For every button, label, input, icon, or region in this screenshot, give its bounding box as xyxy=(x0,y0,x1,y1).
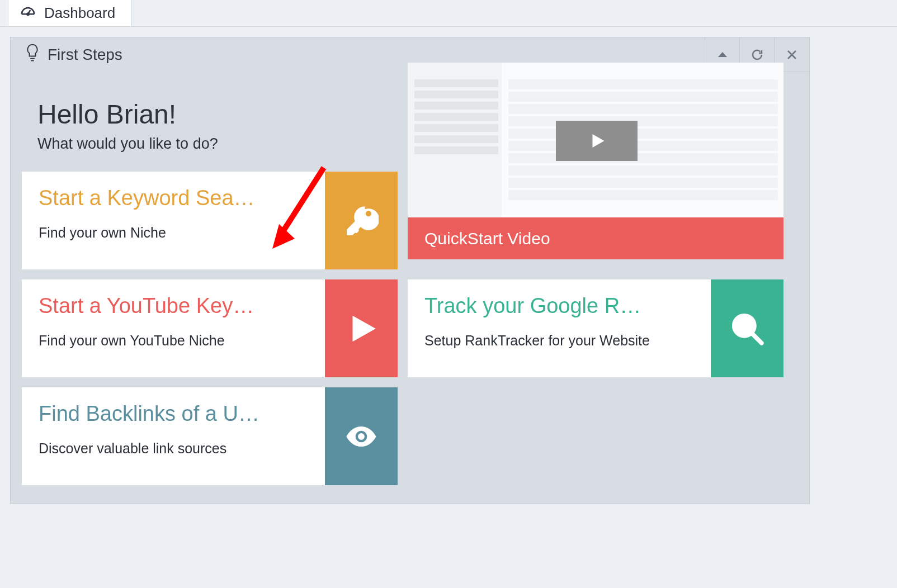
video-caption: QuickStart Video xyxy=(408,217,783,259)
card-subtitle: Find your own Niche xyxy=(39,225,308,241)
tab-dashboard[interactable]: Dashboard xyxy=(8,0,131,26)
svg-point-0 xyxy=(27,13,29,15)
card-title: Track your Google R xyxy=(424,294,694,318)
card-youtube-search[interactable]: Start a YouTube Key Find your own YouTub… xyxy=(22,279,398,377)
play-icon xyxy=(556,121,638,161)
tab-label: Dashboard xyxy=(44,4,115,22)
card-title: Find Backlinks of a U xyxy=(39,402,308,426)
key-icon xyxy=(325,172,398,269)
eye-icon xyxy=(325,387,398,485)
video-thumbnail xyxy=(408,63,783,217)
play-icon xyxy=(325,279,398,377)
gauge-icon xyxy=(20,5,36,22)
lightbulb-icon xyxy=(25,43,40,67)
card-subtitle: Discover valuable link sources xyxy=(39,440,308,457)
search-icon xyxy=(711,279,783,377)
panel-title-text: First Steps xyxy=(48,46,122,64)
card-backlinks[interactable]: Find Backlinks of a U Discover valuable … xyxy=(22,387,398,485)
card-title: Start a YouTube Key xyxy=(39,294,308,318)
workspace: First Steps xyxy=(0,27,897,504)
cards-grid: QuickStart Video Start a Keyword Sea Fin… xyxy=(11,172,809,503)
tab-bar: Dashboard xyxy=(0,0,897,27)
quickstart-video-card[interactable]: QuickStart Video xyxy=(408,63,783,259)
first-steps-panel: First Steps xyxy=(10,37,810,504)
card-title: Start a Keyword Sea xyxy=(39,186,308,210)
card-subtitle: Find your own YouTube Niche xyxy=(39,333,308,349)
panel-title: First Steps xyxy=(25,43,122,67)
card-subtitle: Setup RankTracker for your Website xyxy=(424,333,694,349)
card-keyword-search[interactable]: Start a Keyword Sea Find your own Niche xyxy=(22,172,398,269)
grid-spacer xyxy=(408,387,783,485)
card-rank-tracker[interactable]: Track your Google R Setup RankTracker fo… xyxy=(408,279,783,377)
